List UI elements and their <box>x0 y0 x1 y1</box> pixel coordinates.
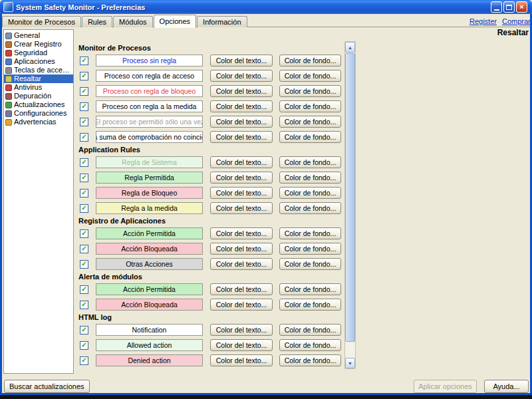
row-checkbox[interactable]: ✓ <box>80 326 88 334</box>
bg-color-button[interactable]: Color de fondo... <box>279 116 341 128</box>
bg-color-button[interactable]: Color de fondo... <box>279 227 341 239</box>
text-color-button[interactable]: Color del texto... <box>210 156 273 168</box>
row-checkbox[interactable]: ✓ <box>80 356 88 365</box>
row-checkbox[interactable]: ✓ <box>80 174 88 182</box>
minimize-button[interactable] <box>491 1 502 13</box>
highlight-row: ✓Regla de SistemaColor del texto...Color… <box>80 156 344 168</box>
bg-color-button[interactable]: Color de fondo... <box>279 324 341 336</box>
row-checkbox[interactable]: ✓ <box>80 72 88 80</box>
scroll-up-icon[interactable]: ▲ <box>345 42 355 53</box>
text-color-button[interactable]: Color del texto... <box>210 258 273 270</box>
bg-color-button[interactable]: Color de fondo... <box>279 187 341 199</box>
text-color-button[interactable]: Color del texto... <box>210 187 273 199</box>
sidebar-item-teclas-de-acceso-r[interactable]: Teclas de acceso r... <box>4 66 73 74</box>
scrollbar[interactable]: ▲ ▼ <box>344 41 356 369</box>
apply-options-button[interactable]: Aplicar opciones <box>414 380 477 393</box>
highlight-row: ✓Otras AccionesColor del texto...Color d… <box>80 258 344 270</box>
sidebar-item-actualizaciones[interactable]: Actualizaciones <box>4 100 73 109</box>
text-color-button[interactable]: Color del texto... <box>210 172 273 184</box>
text-color-button[interactable]: Color del texto... <box>210 116 273 128</box>
title-bar[interactable]: System Safety Monitor - Preferencias × <box>0 0 532 14</box>
help-button[interactable]: Ayuda... <box>484 380 529 393</box>
text-color-button[interactable]: Color del texto... <box>210 70 273 82</box>
bg-color-button[interactable]: Color de fondo... <box>279 243 341 255</box>
general-icon <box>5 33 12 39</box>
text-color-button[interactable]: Color del texto... <box>210 100 273 112</box>
bg-color-button[interactable]: Color de fondo... <box>279 100 341 112</box>
sidebar-item-depuracion[interactable]: Depuración <box>4 92 73 100</box>
bg-color-button[interactable]: Color de fondo... <box>279 202 341 214</box>
row-checkbox[interactable]: ✓ <box>80 57 88 65</box>
bg-color-button[interactable]: Color de fondo... <box>279 156 341 168</box>
section-application-rules: Application Rules✓Regla de SistemaColor … <box>74 146 344 214</box>
hotkeys-icon <box>5 67 12 74</box>
highlight-row: ✓Denied actionColor del texto...Color de… <box>80 354 344 366</box>
row-checkbox[interactable]: ✓ <box>80 260 88 269</box>
row-checkbox[interactable]: ✓ <box>80 189 88 198</box>
row-checkbox[interactable]: ✓ <box>80 118 88 126</box>
text-color-button[interactable]: Color del texto... <box>210 202 273 214</box>
scroll-thumb[interactable] <box>345 53 355 342</box>
sidebar-item-antivirus[interactable]: Antivirus <box>4 83 73 92</box>
text-color-button[interactable]: Color del texto... <box>210 227 273 239</box>
text-color-button[interactable]: Color del texto... <box>210 283 273 295</box>
scroll-down-icon[interactable]: ▼ <box>345 358 355 368</box>
bg-color-button[interactable]: Color de fondo... <box>279 70 341 82</box>
text-color-button[interactable]: Color del texto... <box>210 324 273 336</box>
buy-now-link[interactable]: Comprar ahora <box>502 17 531 25</box>
maximize-button[interactable] <box>503 1 515 13</box>
tab-rules[interactable]: Rules <box>82 16 112 27</box>
register-link[interactable]: Register <box>469 17 497 25</box>
bg-color-button[interactable]: Color de fondo... <box>279 55 341 66</box>
row-checkbox[interactable]: ✓ <box>80 158 88 167</box>
row-checkbox[interactable]: ✓ <box>80 102 88 111</box>
sidebar-item-aplicaciones[interactable]: Aplicaciones <box>4 57 73 66</box>
row-checkbox[interactable]: ✓ <box>80 285 88 294</box>
row-checkbox[interactable]: ✓ <box>80 341 88 350</box>
row-checkbox[interactable]: ✓ <box>80 229 88 238</box>
tab-informacion[interactable]: Información <box>197 16 247 27</box>
tab-modulos[interactable]: Módulos <box>113 16 153 27</box>
highlight-row: ✓Acción BloqueadaColor del texto...Color… <box>80 243 344 255</box>
bg-color-button[interactable]: Color de fondo... <box>279 283 341 295</box>
highlight-row: ✓La suma de comprobación no coincideColo… <box>80 131 344 143</box>
sidebar-item-advertencias[interactable]: Advertencias <box>4 118 73 126</box>
row-checkbox[interactable]: ✓ <box>80 204 88 213</box>
text-color-button[interactable]: Color del texto... <box>210 55 273 66</box>
bg-color-button[interactable]: Color de fondo... <box>279 339 341 351</box>
text-color-button[interactable]: Color del texto... <box>210 339 273 351</box>
tab-opciones[interactable]: Opciones <box>154 15 196 28</box>
bg-color-button[interactable]: Color de fondo... <box>279 354 341 366</box>
window-controls: × <box>491 1 527 13</box>
section-title: Application Rules <box>78 146 344 154</box>
section-alerta-de-modulos: Alerta de módulos✓Acción PermitidaColor … <box>74 273 344 311</box>
bg-color-button[interactable]: Color de fondo... <box>279 85 341 97</box>
close-button[interactable]: × <box>516 1 527 13</box>
row-checkbox[interactable]: ✓ <box>80 133 88 142</box>
row-color-sample: Acción Permitida <box>96 227 203 239</box>
text-color-button[interactable]: Color del texto... <box>210 243 273 255</box>
bg-color-button[interactable]: Color de fondo... <box>279 299 341 311</box>
applications-icon <box>5 59 12 65</box>
row-checkbox[interactable]: ✓ <box>80 301 88 309</box>
sidebar-list[interactable]: GeneralCrear RegistroSeguridadAplicacion… <box>3 29 74 374</box>
row-checkbox[interactable]: ✓ <box>80 245 88 253</box>
bg-color-button[interactable]: Color de fondo... <box>279 172 341 184</box>
text-color-button[interactable]: Color del texto... <box>210 85 273 97</box>
sidebar-item-resaltar[interactable]: Resaltar <box>4 74 73 83</box>
minimize-icon <box>494 9 499 11</box>
bg-color-button[interactable]: Color de fondo... <box>279 131 341 143</box>
text-color-button[interactable]: Color del texto... <box>210 354 273 366</box>
tab-monitor-de-procesos[interactable]: Monitor de Procesos <box>2 16 81 27</box>
search-updates-button[interactable]: Buscar actualizaciones <box>4 380 90 393</box>
bg-color-button[interactable]: Color de fondo... <box>279 258 341 270</box>
row-color-sample: Regla a la medida <box>96 202 203 214</box>
sidebar-item-seguridad[interactable]: Seguridad <box>4 49 73 57</box>
text-color-button[interactable]: Color del texto... <box>210 299 273 311</box>
sidebar-item-general[interactable]: General <box>4 31 73 40</box>
sidebar-item-crear-registro[interactable]: Crear Registro <box>4 40 73 49</box>
highlight-row: ✓Regla de BloqueoColor del texto...Color… <box>80 187 344 199</box>
text-color-button[interactable]: Color del texto... <box>210 131 273 143</box>
row-checkbox[interactable]: ✓ <box>80 87 88 96</box>
sidebar-item-configuraciones[interactable]: Configuraciones <box>4 109 73 118</box>
